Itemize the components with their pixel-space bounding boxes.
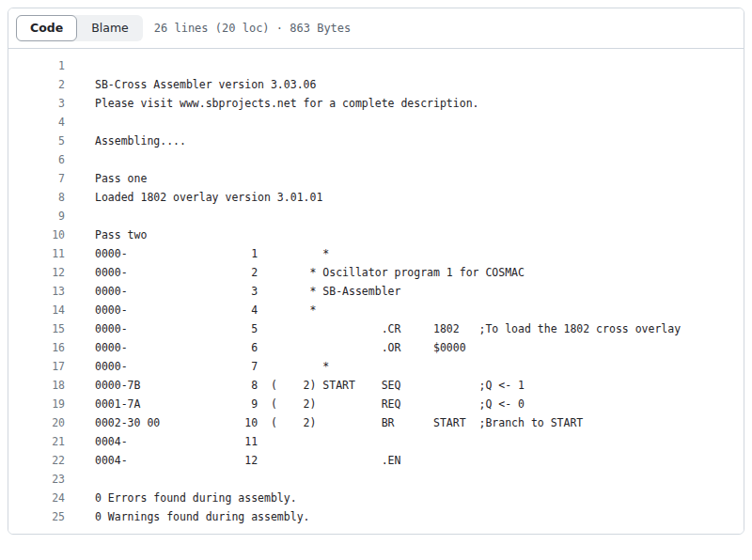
line-content: 0000- 6 .OR $0000 <box>65 338 466 357</box>
table-row: 220004- 12 .EN <box>8 451 744 470</box>
table-row: 170000- 7 * <box>8 357 744 376</box>
table-row: 2SB-Cross Assembler version 3.03.06 <box>8 75 744 94</box>
line-number[interactable]: 22 <box>8 451 65 470</box>
line-number[interactable]: 9 <box>8 207 65 226</box>
line-content <box>65 470 95 489</box>
line-number[interactable]: 12 <box>8 263 65 282</box>
table-row: 10Pass two <box>8 226 744 244</box>
table-row: 210004- 11 <box>8 432 744 451</box>
line-content: 0 Warnings found during assembly. <box>65 507 309 526</box>
line-content: 0000-7B 8 ( 2) START SEQ ;Q <- 1 <box>65 376 525 395</box>
line-content: Pass one <box>65 169 147 188</box>
line-number[interactable]: 20 <box>8 413 65 432</box>
line-content: 0000- 5 .CR 1802 ;To load the 1802 cross… <box>65 319 681 338</box>
table-row: 6 <box>8 150 744 169</box>
line-content <box>65 113 95 132</box>
line-number[interactable]: 4 <box>8 113 65 132</box>
line-content: 0004- 12 .EN <box>65 451 400 470</box>
table-row: 7Pass one <box>8 169 744 188</box>
table-row: 4 <box>8 113 744 132</box>
line-content: 0004- 11 <box>65 432 258 451</box>
tab-blame[interactable]: Blame <box>77 15 143 41</box>
table-row: 200002-30 00 10 ( 2) BR START ;Branch to… <box>8 413 744 432</box>
line-content <box>65 207 95 226</box>
line-content: Please visit www.sbprojects.net for a co… <box>65 94 479 113</box>
line-number[interactable]: 25 <box>8 507 65 526</box>
table-row: 150000- 5 .CR 1802 ;To load the 1802 cro… <box>8 319 744 338</box>
line-content: Loaded 1802 overlay version 3.01.01 <box>65 188 322 207</box>
line-number[interactable]: 14 <box>8 301 65 319</box>
line-number[interactable]: 3 <box>8 94 65 113</box>
table-row: 1 <box>8 56 744 75</box>
table-row: 5Assembling.... <box>8 132 744 150</box>
table-row: 23 <box>8 470 744 489</box>
line-content: SB-Cross Assembler version 3.03.06 <box>65 75 316 94</box>
line-content: 0 Errors found during assembly. <box>65 489 297 507</box>
line-content: Assembling.... <box>65 132 186 150</box>
table-row: 3Please visit www.sbprojects.net for a c… <box>8 94 744 113</box>
line-number[interactable]: 17 <box>8 357 65 376</box>
tab-code[interactable]: Code <box>16 15 77 41</box>
line-content <box>65 56 95 75</box>
line-content: 0000- 3 * SB-Assembler <box>65 282 400 301</box>
file-header: Code Blame 26 lines (20 loc) · 863 Bytes <box>8 8 744 49</box>
line-number[interactable]: 23 <box>8 470 65 489</box>
table-row: 8Loaded 1802 overlay version 3.01.01 <box>8 188 744 207</box>
line-number[interactable]: 13 <box>8 282 65 301</box>
table-row: 180000-7B 8 ( 2) START SEQ ;Q <- 1 <box>8 376 744 395</box>
code-lines: 12SB-Cross Assembler version 3.03.063Ple… <box>8 49 744 534</box>
line-number[interactable]: 2 <box>8 75 65 94</box>
line-number[interactable]: 18 <box>8 376 65 395</box>
line-number[interactable]: 7 <box>8 169 65 188</box>
table-row: 130000- 3 * SB-Assembler <box>8 282 744 301</box>
table-row: 190001-7A 9 ( 2) REQ ;Q <- 0 <box>8 395 744 413</box>
line-content: Pass two <box>65 226 147 244</box>
line-content: 0001-7A 9 ( 2) REQ ;Q <- 0 <box>65 395 525 413</box>
line-content: 0000- 7 * <box>65 357 329 376</box>
table-row: 120000- 2 * Oscillator program 1 for COS… <box>8 263 744 282</box>
table-row: 140000- 4 * <box>8 301 744 319</box>
line-number[interactable]: 24 <box>8 489 65 507</box>
table-row: 110000- 1 * <box>8 244 744 263</box>
line-number[interactable]: 10 <box>8 226 65 244</box>
line-number[interactable]: 1 <box>8 56 65 75</box>
line-content: 0000- 4 * <box>65 301 316 319</box>
table-row: 250 Warnings found during assembly. <box>8 507 744 526</box>
line-number[interactable]: 19 <box>8 395 65 413</box>
file-meta: 26 lines (20 loc) · 863 Bytes <box>154 22 352 35</box>
line-number[interactable]: 6 <box>8 150 65 169</box>
table-row: 160000- 6 .OR $0000 <box>8 338 744 357</box>
line-number[interactable]: 8 <box>8 188 65 207</box>
table-row: 9 <box>8 207 744 226</box>
line-content: 0000- 2 * Oscillator program 1 for COSMA… <box>65 263 525 282</box>
table-row: 240 Errors found during assembly. <box>8 489 744 507</box>
line-content <box>65 150 95 169</box>
line-content: 0000- 1 * <box>65 244 329 263</box>
line-number[interactable]: 16 <box>8 338 65 357</box>
code-blame-toggle: Code Blame <box>16 15 143 41</box>
line-number[interactable]: 11 <box>8 244 65 263</box>
line-content: 0002-30 00 10 ( 2) BR START ;Branch to S… <box>65 413 583 432</box>
line-number[interactable]: 15 <box>8 319 65 338</box>
line-number[interactable]: 21 <box>8 432 65 451</box>
file-card: Code Blame 26 lines (20 loc) · 863 Bytes… <box>8 8 744 535</box>
line-number[interactable]: 5 <box>8 132 65 150</box>
